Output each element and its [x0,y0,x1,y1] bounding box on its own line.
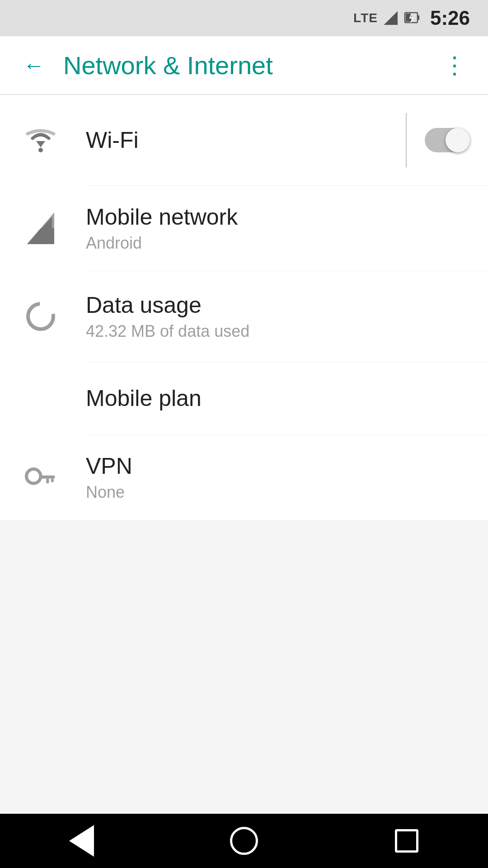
back-arrow-icon: ← [23,53,45,78]
wifi-icon [25,127,56,153]
more-options-button[interactable]: ⋮ [438,49,470,81]
nav-recents-button[interactable] [384,823,429,859]
wifi-text-area: Wi-Fi [86,127,392,153]
bottom-nav [0,814,488,868]
svg-rect-14 [39,476,55,479]
mobile-network-subtitle: Android [86,234,470,253]
lte-indicator: LTE [353,11,378,25]
nav-back-button[interactable] [59,823,104,859]
wifi-title: Wi-Fi [86,127,392,153]
status-icons: LTE 5:26 [353,7,470,29]
page-title: Network & Internet [63,51,438,80]
data-usage-icon-area [18,301,63,332]
data-usage-text-area: Data usage 42.32 MB of data used [86,292,470,341]
wifi-setting-item[interactable]: Wi-Fi [0,95,488,185]
vpn-subtitle: None [86,483,470,502]
svg-rect-15 [46,479,49,484]
svg-rect-3 [418,15,419,20]
data-usage-title: Data usage [86,292,470,318]
vpn-icon-area [18,467,63,488]
back-button[interactable]: ← [18,49,50,81]
mobile-network-title: Mobile network [86,204,470,230]
mobile-signal-icon [27,212,54,244]
data-usage-icon [25,301,56,332]
app-bar: ← Network & Internet ⋮ [0,36,488,95]
svg-point-7 [38,148,43,152]
data-usage-setting-item[interactable]: Data usage 42.32 MB of data used [0,271,488,362]
wifi-icon-area [18,127,63,153]
mobile-network-setting-item[interactable]: Mobile network Android [0,186,488,271]
wifi-toggle-knob [446,128,470,152]
wifi-toggle-area[interactable] [420,128,470,152]
vpn-text-area: VPN None [86,453,470,502]
svg-rect-16 [51,479,54,482]
signal-strength-icon [384,11,398,25]
nav-home-icon [230,827,258,855]
clock: 5:26 [430,7,470,29]
status-bar: LTE 5:26 [0,0,488,36]
nav-recents-icon [395,829,418,853]
wifi-toggle[interactable] [425,128,470,152]
svg-marker-11 [27,217,52,244]
wifi-divider [406,113,407,167]
nav-back-icon [69,825,94,857]
mobile-network-icon-area [18,212,63,244]
battery-icon [404,10,420,26]
nav-home-button[interactable] [221,823,267,859]
vpn-title: VPN [86,453,470,479]
svg-point-13 [27,469,41,484]
more-dots-icon: ⋮ [443,53,465,77]
mobile-plan-setting-item[interactable]: Mobile plan [0,362,488,434]
data-usage-subtitle: 42.32 MB of data used [86,322,470,341]
svg-point-12 [28,304,53,329]
vpn-key-icon [25,467,56,488]
vpn-setting-item[interactable]: VPN None [0,435,488,520]
svg-marker-6 [36,141,45,147]
mobile-plan-text-area: Mobile plan [86,385,470,411]
mobile-plan-title: Mobile plan [86,385,470,411]
settings-list: Wi-Fi Mobile network Android [0,95,488,520]
mobile-network-text-area: Mobile network Android [86,204,470,253]
